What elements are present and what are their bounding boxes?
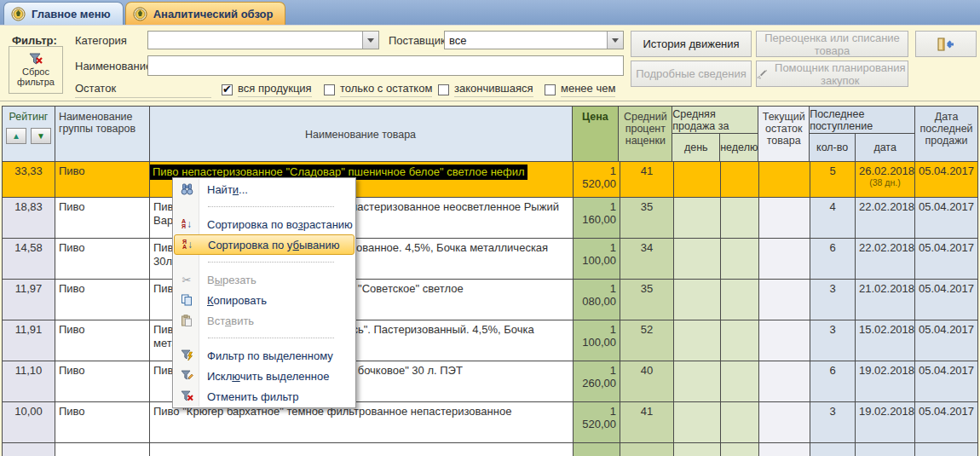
menu-label: Сортировка по у — [208, 239, 293, 251]
tab-analytics[interactable]: Аналитический обзор — [125, 2, 286, 25]
sort-down-button[interactable]: ▼ — [31, 128, 51, 144]
price-cell: 1 100,00 — [574, 239, 620, 279]
assistant-button[interactable]: Помощник планирования закупок — [756, 61, 908, 87]
chevron-down-icon[interactable] — [362, 32, 378, 49]
column-header-group[interactable]: Наименование группы товаров — [55, 107, 150, 161]
checkbox-ended[interactable]: закончившаяся — [438, 82, 533, 97]
column-header-price[interactable]: Цена — [573, 107, 620, 161]
qty-cell — [810, 443, 856, 456]
menu-item-find[interactable]: Найти... — [174, 179, 355, 199]
margin-cell: 35 — [620, 280, 674, 320]
checkbox-with-stock-label: только с остатком — [340, 82, 432, 97]
column-header-name[interactable]: Наименование товара — [150, 107, 573, 161]
menu-item-copy[interactable]: Копировать — [174, 290, 355, 310]
table-row[interactable]: 10,00 Пиво Пиво "Крюгер бархатное" темно… — [3, 402, 978, 443]
column-header-last-sale[interactable]: Дата последней продажи — [915, 107, 978, 161]
reprice-button[interactable]: Переоценка или списание товара — [756, 31, 908, 57]
stock-cell — [759, 198, 810, 238]
column-header-margin[interactable]: Средний процент наценки — [619, 107, 672, 161]
group-cell: Пиво — [55, 402, 150, 442]
emblem-icon — [133, 7, 147, 21]
name-label: Наименование — [75, 60, 152, 72]
column-header-qty[interactable]: кол-во — [810, 134, 855, 161]
supplier-label: Поставщик — [389, 34, 446, 47]
menu-item-sort-descending[interactable]: ЯА↓ Сортировка по убыванию — [174, 234, 355, 255]
margin-cell — [620, 443, 674, 456]
checkbox-icon[interactable] — [545, 84, 556, 95]
menu-item-sort-ascending[interactable]: АЯ↓ Сортировка по возрастанию — [174, 214, 355, 234]
checkbox-with-stock[interactable]: только с остатком — [324, 82, 432, 97]
margin-cell: 34 — [620, 239, 674, 279]
tab-analytics-label: Аналитический обзор — [153, 8, 274, 20]
sort-up-button[interactable]: ▲ — [6, 128, 26, 144]
supplier-value: все — [445, 34, 607, 47]
history-button[interactable]: История движения — [631, 31, 752, 57]
table-row[interactable]: 11,10 Пиво Пиво светлое разливное "Жигул… — [3, 361, 978, 402]
analytics-window: Главное меню Аналитический обзор Фильтр:… — [0, 0, 980, 456]
table-row[interactable]: 11,97 Пиво Пиво фильтрованное пастеризов… — [3, 280, 978, 320]
qty-cell: 3 — [810, 320, 856, 361]
checkbox-less-than[interactable]: менее чем — [545, 82, 615, 97]
tab-main-menu[interactable]: Главное меню — [3, 2, 124, 25]
price-cell: 1 080,00 — [574, 280, 620, 320]
qty-cell: 6 — [810, 239, 856, 279]
table-row[interactable]: 14,58 Пиво Пиво светлое фильтрованное па… — [3, 239, 978, 280]
price-cell: 1 520,00 — [574, 162, 620, 197]
table-row[interactable]: 18,83 Пиво Пиво пшеничное нефильтрованно… — [3, 198, 978, 239]
week-sale-cell — [721, 198, 759, 238]
table-header-row: Рейтинг ▲ ▼ Наименование группы товаров … — [3, 107, 978, 162]
category-dropdown[interactable] — [147, 31, 379, 49]
column-header-stock[interactable]: Текущий остаток товара — [758, 107, 810, 161]
name-cell[interactable]: Пиво "Крюгер бархатное" темное фильтрова… — [150, 402, 574, 442]
group-cell: Пиво — [55, 198, 150, 238]
rating-cell: 11,10 — [3, 361, 55, 401]
menu-label: вить — [231, 315, 254, 327]
reset-filter-button[interactable]: Сброс фильтра — [9, 46, 63, 94]
day-sale-cell — [674, 361, 721, 401]
menu-label: резать — [222, 274, 257, 286]
checkbox-icon[interactable] — [222, 84, 233, 95]
menu-label: Сортировка по во — [207, 218, 298, 231]
checkbox-icon[interactable] — [324, 84, 335, 95]
qty-cell: 3 — [810, 280, 856, 320]
table-row-partial — [3, 443, 978, 456]
arrival-group-label[interactable]: Последнее поступление — [810, 107, 914, 134]
reset-filter-icon — [29, 53, 43, 66]
menu-item-cancel-filter[interactable]: Отменить фильтр — [174, 386, 355, 407]
table-row[interactable]: 33,33 Пиво Пиво непастеризованное "Сладо… — [3, 162, 978, 198]
menu-item-paste[interactable]: Вставить — [174, 310, 355, 331]
column-header-rating[interactable]: Рейтинг ▲ ▼ — [3, 107, 55, 161]
checkbox-all-products[interactable]: вся продукция — [222, 82, 312, 97]
menu-label: Искл — [207, 370, 232, 383]
menu-label: В — [207, 274, 215, 286]
menu-label: ыванию — [299, 239, 340, 251]
details-button[interactable]: Подробные сведения — [631, 61, 752, 87]
menu-item-filter-by-selection[interactable]: Фильтр по выделенному — [174, 345, 355, 366]
filter-lightning-icon — [174, 349, 199, 361]
menu-label: ... — [239, 183, 248, 196]
menu-item-exclude-selection[interactable]: Исключить выделенное — [174, 366, 355, 386]
arrival-date-cell: 22.02.2018 — [856, 198, 915, 238]
column-header-day[interactable]: день — [672, 134, 719, 161]
name-cell — [150, 443, 574, 456]
week-sale-cell — [721, 402, 759, 442]
qty-cell: 3 — [810, 402, 856, 442]
menu-accel: ы — [215, 274, 222, 286]
rating-cell — [3, 443, 55, 456]
chevron-down-icon[interactable] — [607, 32, 623, 49]
scissors-icon: ✂ — [174, 274, 199, 286]
last-sale-cell: 05.04.2017 — [915, 361, 978, 401]
price-cell: 1 260,00 — [574, 361, 620, 401]
supplier-dropdown[interactable]: все — [444, 31, 624, 49]
menu-item-cut[interactable]: ✂ Вырезать — [174, 269, 355, 290]
name-input[interactable] — [147, 55, 624, 76]
arrival-date-cell: 26.02.2018(38 дн.) — [856, 162, 915, 197]
avg-sale-group-label[interactable]: Средняя продажа за — [672, 107, 758, 134]
column-header-date[interactable]: дата — [855, 134, 914, 161]
column-header-week[interactable]: неделю — [719, 134, 758, 161]
exit-button[interactable] — [915, 31, 977, 57]
paste-icon — [174, 315, 199, 326]
checkbox-icon[interactable] — [438, 84, 449, 95]
table-row[interactable]: 11,91 Пиво Пиво светлое разливное "Жатец… — [3, 320, 978, 361]
arrival-date: 26.02.2018 — [859, 165, 914, 177]
